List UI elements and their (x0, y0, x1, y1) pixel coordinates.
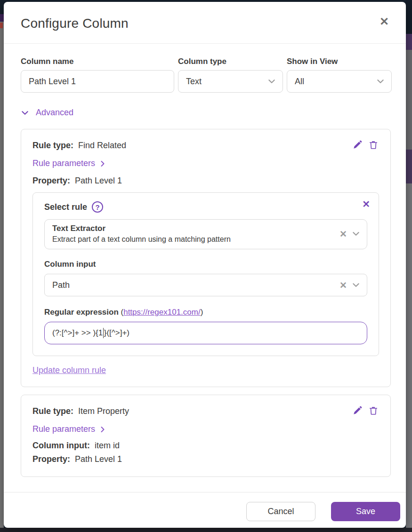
regex-label: Regular expression (44, 308, 119, 317)
chevron-right-icon (99, 426, 106, 433)
save-button[interactable]: Save (331, 502, 400, 521)
chevron-down-icon (352, 281, 360, 289)
rule-type-label: Rule type: (32, 141, 73, 151)
backdrop-bottom (0, 528, 412, 532)
property-row: Property: Path Level 1 (32, 176, 379, 186)
rule-type-select[interactable]: Text Extractor Extract part of a text co… (44, 219, 367, 249)
show-in-view-value: All (295, 77, 376, 87)
column-input-label: Column input: (32, 441, 90, 451)
column-input-label: Column input (44, 260, 367, 269)
advanced-toggle[interactable]: Advanced (21, 108, 73, 118)
edit-pencil-icon[interactable] (352, 405, 363, 417)
column-input-select[interactable]: Path ✕ (44, 274, 367, 296)
regex-label-row: Regular expression (https://regex101.com… (44, 308, 367, 317)
rule-parameters-link[interactable]: Rule parameters (32, 424, 106, 434)
column-input-value: item id (95, 441, 120, 451)
clear-selection-icon[interactable]: ✕ (339, 229, 347, 239)
rule-select-title: Text Extractor (52, 224, 339, 233)
column-type-select[interactable]: Text (178, 70, 283, 93)
select-rule-title: Select rule (44, 202, 87, 212)
chevron-down-icon (352, 230, 360, 238)
backdrop-right-navy (406, 0, 412, 34)
show-in-view-select[interactable]: All (287, 70, 392, 93)
column-type-field-group: Column type Text (178, 57, 283, 93)
help-question-icon[interactable]: ? (92, 201, 103, 213)
rule-parameters-label: Rule parameters (32, 424, 95, 434)
column-settings-row: Column name Path Level 1 Column type Tex… (21, 57, 391, 93)
select-rule-panel: Select rule ? ✕ Text Extractor Extract p… (32, 192, 379, 356)
backdrop-right-grey (406, 183, 412, 528)
dialog-footer: Cancel Save (4, 492, 406, 528)
rule-select-texts: Text Extractor Extract part of a text co… (52, 224, 339, 244)
delete-trash-icon[interactable] (368, 405, 379, 417)
column-name-value: Path Level 1 (29, 77, 76, 87)
chevron-down-icon (21, 109, 29, 117)
select-rule-header: Select rule ? (44, 201, 367, 213)
regex-value-before-caret: (?:[^>]+ >> ){1 (52, 328, 103, 338)
backdrop-right-purple (406, 150, 412, 183)
rule-type-label: Rule type: (32, 406, 73, 416)
rule-type-value: Find Related (78, 141, 126, 151)
regex-value-after-caret: }([^>]+) (104, 328, 129, 338)
rule-parameters-link[interactable]: Rule parameters (32, 159, 106, 168)
rule-type-value: Item Property (78, 406, 129, 416)
chevron-right-icon (99, 160, 106, 167)
column-input-value: Path (52, 280, 339, 290)
property-value: Path Level 1 (75, 176, 122, 186)
dialog-body: Column name Path Level 1 Column type Tex… (4, 44, 406, 492)
chevron-down-icon (376, 77, 385, 86)
property-label: Property: (32, 454, 70, 464)
configure-column-dialog: Configure Column ✕ Column name Path Leve… (4, 2, 406, 528)
backdrop-left-purple (0, 14, 4, 22)
paren-close: ) (201, 308, 203, 317)
column-input-row: Column input: item id (32, 441, 379, 451)
property-value: Path Level 1 (75, 454, 122, 464)
rule-select-description: Extract part of a text column using a ma… (52, 235, 339, 244)
column-name-input[interactable]: Path Level 1 (21, 70, 174, 93)
rule-type-row: Rule type: Find Related (32, 140, 379, 151)
dialog-header: Configure Column ✕ (4, 2, 406, 44)
cancel-button[interactable]: Cancel (246, 502, 315, 521)
rule-actions (352, 140, 379, 151)
column-type-label: Column type (178, 57, 283, 66)
dialog-title: Configure Column (21, 16, 389, 31)
close-icon[interactable]: ✕ (378, 15, 391, 28)
property-label: Property: (32, 176, 70, 186)
advanced-label: Advanced (36, 108, 73, 118)
column-type-value: Text (186, 77, 267, 87)
regex-input[interactable]: (?:[^>]+ >> ){1}([^>]+) (44, 322, 367, 344)
column-name-label: Column name (21, 57, 174, 66)
backdrop-left-red (0, 23, 3, 28)
property-row: Property: Path Level 1 (32, 454, 379, 464)
rule-actions (352, 405, 379, 417)
edit-pencil-icon[interactable] (352, 140, 363, 151)
rule-card-find-related: Rule type: Find Related Rule parameters (21, 129, 391, 387)
chevron-down-icon (267, 77, 276, 86)
regex101-link[interactable]: https://regex101.com/ (123, 308, 200, 317)
show-in-view-label: Show in View (287, 57, 392, 66)
panel-close-icon[interactable]: ✕ (362, 199, 370, 210)
rule-card-item-property: Rule type: Item Property Rule parameters (21, 395, 391, 477)
delete-trash-icon[interactable] (368, 140, 379, 151)
rule-parameters-label: Rule parameters (32, 159, 95, 168)
update-column-rule-link[interactable]: Update column rule (32, 365, 106, 375)
column-name-field-group: Column name Path Level 1 (21, 57, 174, 93)
backdrop-right-purple (406, 34, 412, 50)
backdrop-left (0, 14, 4, 532)
show-in-view-field-group: Show in View All (287, 57, 392, 93)
rule-type-row: Rule type: Item Property (32, 405, 379, 417)
clear-selection-icon[interactable]: ✕ (339, 280, 347, 291)
